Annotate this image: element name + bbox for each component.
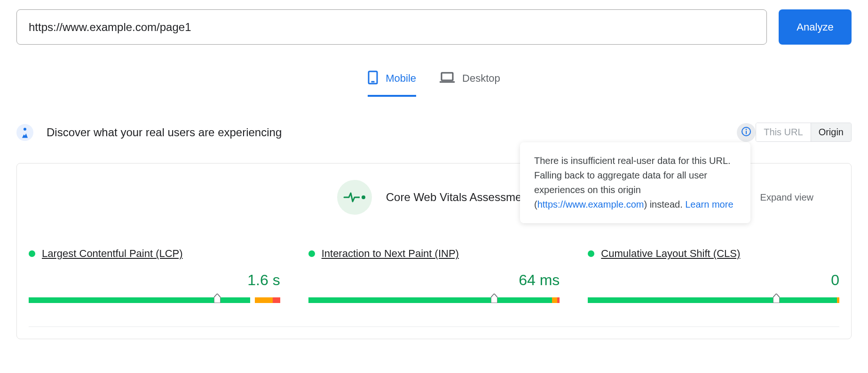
status-dot-good: [308, 250, 315, 257]
metric-inp-name[interactable]: Interaction to Next Paint (INP): [322, 248, 459, 260]
status-dot-good: [29, 250, 35, 257]
divider: [29, 326, 839, 327]
svg-rect-3: [440, 81, 455, 83]
url-input[interactable]: [16, 9, 767, 45]
info-icon: [741, 126, 751, 138]
info-icon-button[interactable]: [737, 123, 756, 142]
metric-inp-value: 64 ms: [308, 272, 560, 289]
metric-lcp-name[interactable]: Largest Contentful Paint (LCP): [42, 248, 183, 260]
metric-cls-bar: [588, 297, 839, 303]
tab-mobile[interactable]: Mobile: [368, 66, 416, 97]
scope-toggle: This URL Origin: [756, 123, 852, 142]
svg-rect-6: [746, 131, 747, 134]
bar-marker-icon: [491, 294, 497, 303]
metric-lcp-bar: [29, 297, 280, 303]
desktop-icon: [440, 72, 455, 85]
bar-marker-icon: [773, 294, 780, 303]
tooltip-learn-more-link[interactable]: Learn more: [685, 199, 733, 210]
tooltip-origin-link[interactable]: https://www.example.com: [537, 199, 644, 210]
analyze-button[interactable]: Analyze: [779, 9, 852, 45]
status-dot-good: [588, 250, 594, 257]
mobile-icon: [368, 70, 378, 86]
metric-lcp-value: 1.6 s: [29, 272, 280, 289]
assessment-title: Core Web Vitals Assessment: [386, 191, 531, 204]
crux-icon: [16, 124, 33, 141]
bar-marker-icon: [214, 294, 221, 303]
tab-mobile-label: Mobile: [386, 72, 416, 85]
section-title: Discover what your real users are experi…: [47, 126, 282, 139]
toggle-this-url[interactable]: This URL: [756, 123, 811, 141]
metric-cls: Cumulative Layout Shift (CLS) 0: [588, 248, 839, 303]
device-tabs: Mobile Desktop: [16, 66, 852, 97]
metric-lcp: Largest Contentful Paint (LCP) 1.6 s: [29, 248, 280, 303]
tab-desktop[interactable]: Desktop: [440, 66, 500, 97]
svg-rect-1: [371, 81, 374, 82]
vitals-pulse-icon: [337, 180, 372, 215]
metric-cls-value: 0: [588, 272, 839, 289]
metric-cls-name[interactable]: Cumulative Layout Shift (CLS): [601, 248, 740, 260]
svg-point-5: [746, 129, 747, 130]
info-tooltip: There is insufficient real-user data for…: [520, 142, 750, 223]
metric-inp-bar: [308, 297, 560, 303]
metric-inp: Interaction to Next Paint (INP) 64 ms: [308, 248, 560, 303]
svg-rect-2: [442, 73, 453, 80]
svg-point-8: [362, 195, 365, 199]
tab-desktop-label: Desktop: [462, 72, 500, 85]
expand-view-link[interactable]: Expand view: [760, 192, 813, 203]
toggle-origin[interactable]: Origin: [811, 123, 851, 141]
